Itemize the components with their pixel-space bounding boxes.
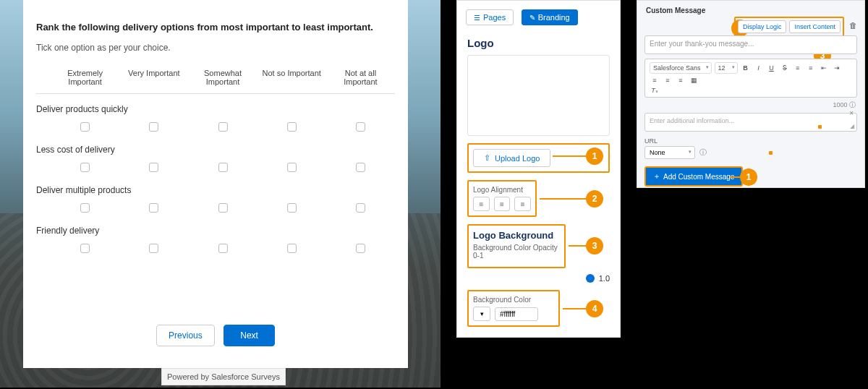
callout-2: 2	[586, 190, 603, 208]
rating-header-row: Extremely Important Very Important Somew…	[36, 69, 395, 86]
url-label: URL	[644, 137, 857, 145]
custom-message-panel: Custom Message 2 Display Logic Insert Co…	[637, 0, 865, 188]
close-additional-info-icon[interactable]: ×	[849, 109, 854, 117]
outdent-icon[interactable]: ⇤	[819, 64, 829, 72]
header-extremely-important: Extremely Important	[51, 69, 119, 86]
question-title: Rank the following delivery options from…	[36, 22, 395, 33]
logo-preview	[467, 55, 610, 136]
callout-4: 4	[586, 300, 603, 317]
survey-card: Rank the following delivery options from…	[23, 0, 408, 368]
bg-color-input[interactable]	[495, 307, 538, 321]
font-size-select[interactable]: 12	[715, 62, 738, 74]
align-left-icon[interactable]: ≡	[650, 77, 660, 84]
color-swatch-button[interactable]: ▾	[473, 307, 490, 321]
logo-heading: Logo	[457, 33, 620, 55]
insert-content-button[interactable]: Insert Content	[789, 20, 841, 33]
align-center-icon[interactable]: ≡	[663, 77, 673, 84]
checkbox[interactable]	[218, 122, 228, 132]
checkbox[interactable]	[356, 163, 365, 172]
row-label-1: Deliver products quickly	[36, 104, 395, 114]
checkbox[interactable]	[287, 122, 297, 132]
row-label-2: Less cost of delivery	[36, 145, 395, 155]
list-ul-icon[interactable]: ≡	[806, 64, 816, 72]
checkbox[interactable]	[356, 203, 365, 213]
checkbox[interactable]	[287, 203, 297, 213]
checkbox[interactable]	[356, 244, 365, 253]
checkbox[interactable]	[80, 244, 90, 253]
align-left-button[interactable]: ≡	[473, 197, 490, 211]
additional-info-textarea[interactable]: Enter additional information... × ◢	[644, 113, 857, 132]
opacity-slider[interactable]	[586, 274, 595, 283]
question-instruction: Tick one option as per your choice.	[36, 43, 395, 53]
image-icon[interactable]: ▦	[689, 77, 699, 84]
char-count: 1000 ⓘ	[644, 98, 857, 113]
indent-icon[interactable]: ⇥	[832, 64, 842, 72]
add-custom-message-button[interactable]: ＋ Add Custom Message	[644, 166, 743, 187]
upload-icon: ⇧	[484, 153, 490, 163]
list-icon: ☰	[474, 14, 480, 22]
previous-button[interactable]: Previous	[156, 325, 215, 346]
checkbox[interactable]	[218, 163, 228, 172]
checkbox[interactable]	[287, 163, 297, 172]
header-not-at-all-important: Not at all Important	[326, 69, 395, 86]
opacity-label: Background Color Opacity 0-1	[473, 244, 560, 260]
upload-logo-label: Upload Logo	[495, 154, 540, 163]
tab-branding-label: Branding	[538, 13, 570, 22]
logo-background-title: Logo Background	[473, 230, 560, 241]
branding-panel: ☰ Pages ✎ Branding Logo ⇧ Upload Logo 1 …	[456, 0, 621, 338]
opacity-value: 1.0	[599, 274, 610, 283]
header-very-important: Very Important	[119, 69, 188, 86]
url-select[interactable]: None	[644, 146, 695, 159]
checkbox[interactable]	[218, 203, 228, 213]
checkbox[interactable]	[287, 244, 297, 253]
align-right-button[interactable]: ≡	[514, 197, 531, 211]
delete-icon[interactable]: 🗑	[849, 21, 857, 30]
logo-alignment-label: Logo Alignment	[473, 186, 531, 194]
plus-icon: ＋	[653, 171, 660, 181]
tab-pages[interactable]: ☰ Pages	[466, 9, 514, 25]
checkbox[interactable]	[149, 244, 158, 253]
add-custom-message-label: Add Custom Message	[663, 173, 734, 181]
callout-3: 3	[586, 237, 603, 255]
tab-branding[interactable]: ✎ Branding	[522, 9, 578, 25]
resize-grip-icon[interactable]: ◢	[850, 123, 854, 129]
rich-text-toolbar: Salesforce Sans 12 B I U S̶ ≡ ≡ ⇤ ⇥ ≡ ≡ …	[644, 59, 857, 98]
powered-by-label: Powered by Salesforce Surveys	[161, 368, 286, 385]
bg-color-label: Background Color	[473, 296, 554, 304]
underline-icon[interactable]: U	[767, 64, 777, 72]
brush-icon: ✎	[529, 14, 535, 22]
callout-p3-1: 1	[740, 168, 757, 186]
align-right-icon[interactable]: ≡	[676, 77, 686, 84]
bold-icon[interactable]: B	[741, 64, 751, 72]
font-select[interactable]: Salesforce Sans	[650, 62, 712, 74]
thank-you-textarea[interactable]: Enter your thank-you message...	[644, 35, 857, 54]
survey-panel: ➤ Rank the following delivery options fr…	[0, 0, 441, 388]
next-button[interactable]: Next	[224, 325, 275, 346]
italic-icon[interactable]: I	[754, 64, 764, 72]
checkbox[interactable]	[356, 122, 365, 132]
strike-icon[interactable]: S̶	[780, 64, 790, 72]
row-label-4: Friendly delivery	[36, 226, 395, 236]
info-icon[interactable]: ⓘ	[699, 148, 707, 158]
checkbox[interactable]	[218, 244, 228, 253]
header-somewhat-important: Somewhat Important	[188, 69, 257, 86]
clear-format-icon[interactable]: Tₓ	[650, 87, 660, 94]
tab-pages-label: Pages	[483, 13, 506, 22]
callout-1: 1	[586, 148, 603, 165]
checkbox[interactable]	[149, 203, 158, 213]
list-ol-icon[interactable]: ≡	[793, 64, 803, 72]
upload-logo-button[interactable]: ⇧ Upload Logo	[473, 149, 550, 167]
align-center-button[interactable]: ≡	[494, 197, 511, 211]
checkbox[interactable]	[149, 163, 158, 172]
checkbox[interactable]	[80, 122, 90, 132]
checkbox[interactable]	[149, 122, 158, 132]
display-logic-button[interactable]: Display Logic	[738, 20, 787, 33]
checkbox[interactable]	[80, 203, 90, 213]
row-label-3: Deliver multiple products	[36, 185, 395, 195]
checkbox[interactable]	[80, 163, 90, 172]
header-not-so-important: Not so Important	[258, 69, 326, 86]
